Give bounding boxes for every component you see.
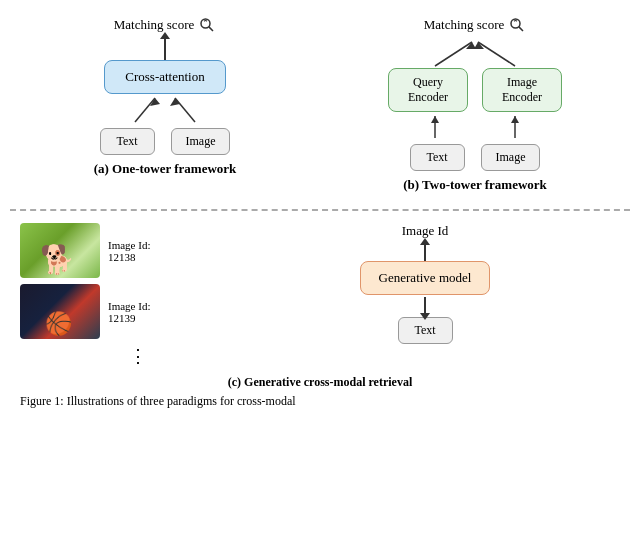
main-container: Matching score Cross-attention [10, 10, 630, 413]
two-tower-encoder-boxes: Query Encoder Image Encoder [388, 68, 562, 112]
svg-marker-13 [431, 116, 439, 123]
arrow-from-generative [424, 297, 426, 315]
one-tower-arrow-to-score [164, 38, 166, 60]
image-id-label: Image Id [402, 223, 449, 239]
two-tower-matching-label: Matching score [424, 17, 505, 33]
figure-caption: Figure 1: Illustrations of three paradig… [10, 390, 630, 413]
two-tower-bottom-arrows [390, 112, 560, 140]
basketball-image [20, 284, 100, 339]
one-tower-search-icon [198, 16, 216, 34]
two-tower-image-box: Image [481, 144, 541, 171]
two-tower-top-arrows [390, 38, 560, 68]
one-tower-framework: Matching score Cross-attention [10, 10, 320, 199]
top-section: Matching score Cross-attention [10, 10, 630, 211]
left-panel: Image Id:12138 Image Id:12139 ⋮ [20, 223, 220, 367]
generative-panel-label: (c) Generative cross-modal retrieval [228, 375, 413, 390]
two-tower-inputs: Text Image [410, 144, 541, 171]
two-tower-search-icon [508, 16, 526, 34]
svg-line-1 [209, 27, 213, 31]
svg-line-10 [478, 42, 515, 66]
cross-attention-box: Cross-attention [104, 60, 225, 94]
one-tower-matching-label: Matching score [114, 17, 195, 33]
svg-line-7 [519, 27, 523, 31]
one-tower-input-arrows [100, 94, 230, 124]
one-tower-inputs: Text Image [100, 128, 231, 155]
image-row-2: Image Id:12139 [20, 284, 220, 339]
image-label-2: Image Id:12139 [108, 300, 150, 324]
bottom-section: Image Id:12138 Image Id:12139 ⋮ Image Id… [10, 219, 630, 371]
two-tower-label: (b) Two-tower framework [403, 177, 547, 193]
dog-image [20, 223, 100, 278]
image-label-1: Image Id:12138 [108, 239, 150, 263]
two-tower-matching-score: Matching score [424, 16, 527, 34]
arrow-to-generative [424, 243, 426, 261]
one-tower-text-box: Text [100, 128, 155, 155]
generative-model-box: Generative model [360, 261, 491, 295]
ellipsis: ⋮ [55, 345, 220, 367]
two-tower-framework: Matching score Query Encoder [320, 10, 630, 199]
svg-line-8 [435, 42, 472, 66]
one-tower-label: (a) One-tower framework [94, 161, 237, 177]
svg-marker-15 [511, 116, 519, 123]
right-panel: Image Id Generative model Text [230, 223, 620, 367]
two-tower-text-box: Text [410, 144, 465, 171]
svg-line-4 [175, 98, 195, 122]
image-encoder-box: Image Encoder [482, 68, 562, 112]
one-tower-image-box: Image [171, 128, 231, 155]
query-encoder-box: Query Encoder [388, 68, 468, 112]
generative-text-box: Text [398, 317, 453, 344]
image-row-1: Image Id:12138 [20, 223, 220, 278]
svg-line-2 [135, 98, 155, 122]
